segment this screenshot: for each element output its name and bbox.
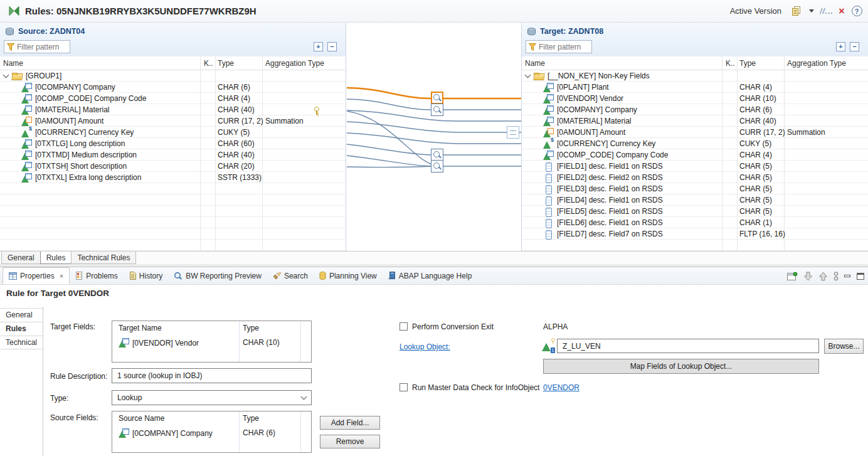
table-row[interactable]: [GROUP1]	[0, 70, 346, 82]
compare-icon[interactable]: //...	[820, 5, 833, 18]
source-filter-input[interactable]	[17, 43, 63, 51]
version-dropdown-icon[interactable]	[805, 5, 818, 18]
side-tab-technical[interactable]: Technical	[0, 336, 43, 349]
table-row[interactable]: [0TXTXL] Extra long description SSTR (13…	[0, 172, 346, 183]
table-row[interactable]: [FIELD1] desc. Field1 on RSDS CHAR (5)	[522, 161, 868, 172]
copy-version-icon[interactable]	[790, 5, 803, 18]
table-row[interactable]: [0PLANT] Plant CHAR (4)	[522, 82, 868, 93]
tab-label: BW Reporting Preview	[186, 272, 262, 280]
rule-lookup-box[interactable]	[431, 160, 443, 172]
rule-description-input[interactable]	[112, 368, 312, 383]
table-row[interactable]: [0COMPANY] Company CHAR (6)	[522, 104, 868, 115]
link-chain-icon[interactable]	[834, 272, 839, 281]
column-type: Type	[243, 324, 259, 332]
table-row[interactable]: [0COMP_CODE] Company Code CHAR (4)	[522, 149, 868, 161]
table-row[interactable]: [FIELD5] desc. Field1 on RSDS CHAR (5)	[522, 206, 868, 217]
tab-problems[interactable]: Problems	[70, 267, 124, 284]
down-arrow-icon[interactable]	[803, 272, 813, 281]
column-name[interactable]: Name	[3, 59, 23, 68]
remove-button[interactable]: Remove	[320, 435, 380, 448]
tab-label: General	[8, 253, 34, 262]
side-tab-rules[interactable]: Rules	[0, 322, 43, 336]
row-name: [GROUP1]	[26, 72, 61, 80]
tab-planning-view[interactable]: Planning View	[314, 267, 383, 284]
table-row[interactable]: [FIELD2] desc. Field2 on RSDS CHAR (5)	[522, 172, 868, 183]
source-filter-box[interactable]	[4, 40, 70, 53]
rule-lookup-box[interactable]	[431, 103, 443, 116]
run-master-data-check-checkbox[interactable]	[400, 383, 408, 391]
tab-rules[interactable]: Rules	[40, 252, 72, 264]
side-tab-general[interactable]: General	[0, 308, 43, 322]
table-row[interactable]: [FIELD3] desc. Field1 on RSDS CHAR (5)	[522, 183, 868, 194]
target-fields-table[interactable]: Target Name Type [0VENDOR] Vendor CHAR (…	[112, 321, 312, 363]
lookup-object-input[interactable]	[557, 339, 819, 353]
delete-icon[interactable]: ×	[835, 5, 848, 18]
lookup-object-link[interactable]: Lookup Object:	[400, 342, 450, 351]
row-aggregation: Summation	[265, 117, 304, 125]
table-row[interactable]: [FIELD4] desc. Field1 on RSDS CHAR (5)	[522, 194, 868, 206]
up-arrow-icon[interactable]	[818, 272, 828, 281]
add-field-button[interactable]: Add Field...	[320, 416, 380, 430]
rule-lookup-box-selected[interactable]	[431, 92, 443, 104]
column-aggregation[interactable]: Aggregation Type	[787, 59, 846, 68]
column-type[interactable]: Type	[739, 59, 756, 68]
table-row[interactable]: [__NON_KEY] Non-Key Fields	[522, 70, 868, 82]
table-row[interactable]: [0TXTMD] Medium description CHAR (40)	[0, 149, 346, 161]
tab-general[interactable]: General	[1, 252, 41, 264]
planning-cylinder-icon	[319, 272, 326, 280]
rule-formula-box[interactable]	[507, 126, 519, 139]
help-icon[interactable]: ?	[850, 5, 863, 18]
column-key[interactable]: K..	[204, 59, 213, 68]
table-row[interactable]: [0MATERIAL] Material CHAR (40)	[522, 115, 868, 127]
target-filter-box[interactable]	[526, 40, 592, 53]
tab-properties[interactable]: Properties ×	[3, 267, 70, 284]
perform-conversion-exit-checkbox[interactable]	[400, 322, 408, 331]
maximize-icon[interactable]	[857, 273, 864, 280]
column-name[interactable]: Name	[525, 59, 545, 68]
tab-history[interactable]: History	[124, 267, 168, 284]
rule-lookup-box[interactable]	[431, 149, 443, 161]
rule-type-select[interactable]: Lookup	[112, 390, 312, 405]
pin-view-icon[interactable]	[787, 272, 798, 281]
column-key[interactable]: K..	[726, 59, 735, 68]
field-icon	[543, 184, 554, 194]
table-row[interactable]: [FIELD6] desc. Field1 on RSDS CHAR (1)	[522, 217, 868, 228]
browse-button[interactable]: Browse...	[824, 339, 864, 354]
table-row[interactable]: [0CURRENCY] Currency Key CUKY (5)	[0, 127, 346, 138]
table-row[interactable]: [0VENDOR] Vendor CHAR (10)	[522, 93, 868, 104]
chevron-down-icon[interactable]	[3, 72, 9, 78]
target-field-type: CHAR (10)	[243, 338, 280, 347]
column-type[interactable]: Type	[218, 59, 234, 68]
source-fields-table[interactable]: Source Name Type [0COMPANY] Company CHAR…	[112, 411, 312, 453]
table-row[interactable]: [0TXTLG] Long description CHAR (60)	[0, 138, 346, 149]
table-row[interactable]: [0CURRENCY] Currency Key CUKY (5)	[522, 138, 868, 149]
tab-technical-rules[interactable]: Technical Rules	[71, 252, 136, 264]
table-row[interactable]: [0COMP_CODE] Company Code CHAR (4)	[0, 93, 346, 104]
row-name: [FIELD4] desc. Field1 on RSDS	[557, 196, 663, 204]
table-row[interactable]: [FIELD7] desc. Field7 on RSDS FLTP (16, …	[522, 228, 868, 240]
table-row[interactable]: [0AMOUNT] Amount CURR (17, 2) Summation	[522, 127, 868, 138]
table-row[interactable]: [0COMPANY] Company CHAR (6)	[0, 82, 346, 93]
target-filter-input[interactable]	[539, 43, 585, 51]
table-row[interactable]: [0TXTSH] Short description CHAR (20)	[0, 161, 346, 172]
column-aggregation[interactable]: Aggregation Type	[265, 59, 324, 68]
field-icon	[543, 218, 554, 228]
chevron-down-icon	[301, 394, 307, 400]
tab-search[interactable]: Search	[267, 267, 314, 284]
table-row[interactable]: [0AMOUNT] Amount CURR (17, 2) Summation	[0, 115, 346, 127]
table-row[interactable]: [0MATERIAL] Material CHAR (40)	[0, 104, 346, 115]
key-icon	[314, 107, 319, 115]
infoobject-link[interactable]: 0VENDOR	[543, 383, 580, 392]
expand-all-button[interactable]: +	[314, 42, 323, 51]
row-type: CHAR (5)	[739, 162, 772, 171]
expand-all-button[interactable]: +	[836, 42, 845, 51]
map-fields-button[interactable]: Map Fields of Lookup Object...	[543, 359, 819, 374]
collapse-all-button[interactable]: −	[327, 42, 337, 51]
minimize-icon[interactable]	[844, 273, 851, 279]
conversion-exit-value: ALPHA	[543, 322, 568, 331]
tab-abap-language-help[interactable]: ABAP Language Help	[383, 267, 478, 284]
collapse-all-button[interactable]: −	[850, 42, 859, 51]
chevron-down-icon[interactable]	[525, 72, 531, 78]
close-icon[interactable]: ×	[60, 272, 63, 280]
tab-bw-reporting-preview[interactable]: BW Reporting Preview	[168, 267, 267, 284]
